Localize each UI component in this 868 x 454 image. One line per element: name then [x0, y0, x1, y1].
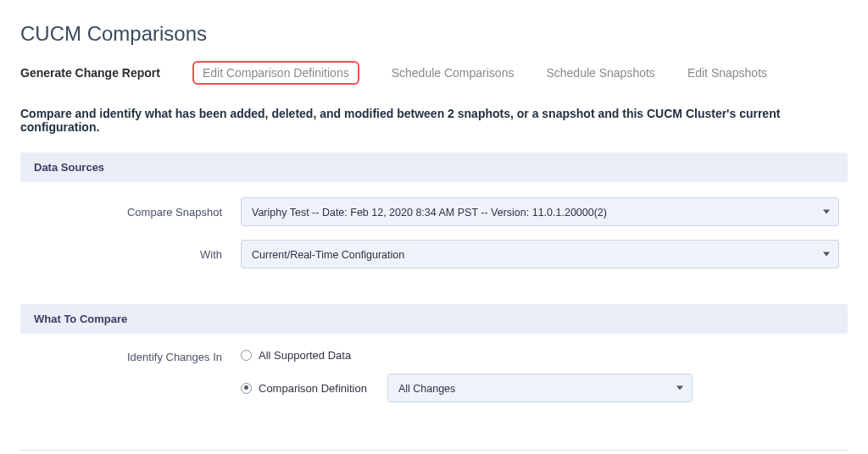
chevron-down-icon [676, 386, 683, 390]
tab-schedule-comparisons[interactable]: Schedule Comparisons [392, 63, 515, 83]
row-with: With Current/Real-Time Configuration [29, 240, 839, 269]
radio-label-comparison-definition: Comparison Definition [259, 382, 367, 395]
section-data-sources: Data Sources Compare Snapshot Variphy Te… [20, 152, 848, 285]
section-what-to-compare: What To Compare Identify Changes In All … [20, 304, 848, 431]
radio-all-supported[interactable] [241, 350, 252, 361]
section-body-what-to-compare: Identify Changes In All Supported Data C… [20, 334, 848, 431]
tabs: Generate Change Report Edit Comparison D… [20, 61, 848, 85]
section-header-what-to-compare: What To Compare [20, 304, 848, 334]
tab-generate-change-report[interactable]: Generate Change Report [20, 63, 160, 83]
tab-edit-snapshots[interactable]: Edit Snapshots [687, 63, 767, 83]
page-description: Compare and identify what has been added… [20, 107, 848, 134]
radio-label-all-supported: All Supported Data [259, 349, 351, 362]
label-with: With [29, 248, 241, 261]
radio-row-all-supported: All Supported Data [241, 349, 839, 362]
label-compare-snapshot: Compare Snapshot [29, 206, 241, 219]
section-header-data-sources: Data Sources [20, 152, 848, 182]
select-with[interactable]: Current/Real-Time Configuration [241, 240, 839, 269]
chevron-down-icon [823, 210, 830, 214]
radio-comparison-definition[interactable] [241, 383, 252, 394]
radio-row-comparison-definition: Comparison Definition All Changes [241, 374, 839, 402]
select-comparison-definition[interactable]: All Changes [387, 374, 693, 402]
tab-edit-comparison-definitions[interactable]: Edit Comparison Definitions [192, 61, 359, 85]
select-with-value: Current/Real-Time Configuration [252, 249, 404, 261]
row-identify-changes: Identify Changes In All Supported Data C… [29, 349, 839, 414]
tab-schedule-snapshots[interactable]: Schedule Snapshots [546, 63, 654, 83]
page-title: CUCM Comparisons [20, 22, 848, 46]
select-comparison-definition-value: All Changes [398, 383, 455, 395]
section-body-data-sources: Compare Snapshot Variphy Test -- Date: F… [20, 182, 848, 285]
row-compare-snapshot: Compare Snapshot Variphy Test -- Date: F… [29, 197, 839, 226]
select-compare-snapshot-value: Variphy Test -- Date: Feb 12, 2020 8:34 … [252, 207, 607, 219]
select-compare-snapshot[interactable]: Variphy Test -- Date: Feb 12, 2020 8:34 … [241, 197, 839, 226]
label-identify-changes: Identify Changes In [29, 349, 241, 363]
chevron-down-icon [823, 252, 830, 257]
divider [20, 450, 848, 451]
